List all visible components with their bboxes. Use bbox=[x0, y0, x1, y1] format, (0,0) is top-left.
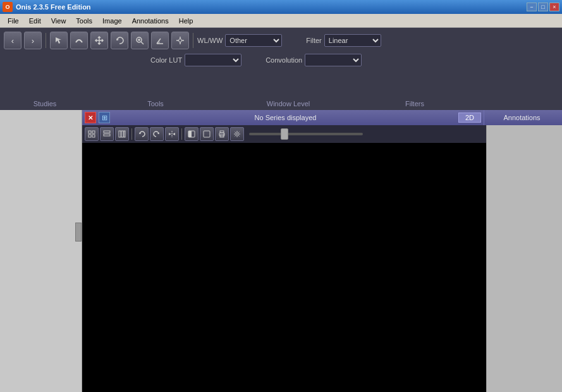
svg-rect-16 bbox=[121, 131, 123, 137]
viewer-slice-slider[interactable] bbox=[249, 133, 363, 135]
svg-rect-11 bbox=[89, 135, 91, 137]
svg-rect-14 bbox=[104, 134, 110, 136]
convolution-select[interactable]: Sharpen Smooth Edge bbox=[305, 54, 362, 66]
studies-panel bbox=[0, 110, 82, 392]
minimize-button[interactable]: − bbox=[527, 3, 537, 11]
tools-section-label: Tools bbox=[86, 100, 225, 107]
menu-file[interactable]: File bbox=[3, 16, 24, 26]
menu-view[interactable]: View bbox=[46, 16, 71, 26]
tool-curve-button[interactable] bbox=[70, 32, 88, 49]
vtool-rotate-left-button[interactable] bbox=[135, 127, 149, 141]
studies-section-label: Studies bbox=[4, 100, 86, 107]
svg-rect-10 bbox=[92, 131, 95, 133]
toolbar-separator-1 bbox=[46, 33, 46, 48]
svg-line-1 bbox=[141, 42, 144, 44]
wlww-select[interactable]: Other Abdomen Brain Bone Chest Lung bbox=[225, 34, 282, 47]
studies-scroll-handle[interactable] bbox=[75, 223, 82, 242]
svg-point-26 bbox=[236, 133, 238, 135]
center-area: ✕ ⊞ No Series displayed 2D Annotations bbox=[0, 110, 562, 392]
colorlut-select[interactable]: Hot Iron Spectrum Cool bbox=[185, 54, 241, 66]
studies-list bbox=[0, 110, 82, 392]
vtool-list-button[interactable] bbox=[100, 127, 114, 141]
wlww-label: WL/WW bbox=[197, 37, 223, 44]
filters-section-label: Filters bbox=[351, 100, 478, 107]
tool-zoom-button[interactable] bbox=[131, 32, 149, 49]
svg-rect-17 bbox=[124, 131, 125, 137]
window-controls: − □ × bbox=[527, 3, 559, 11]
app-icon: O bbox=[3, 2, 13, 12]
svg-rect-23 bbox=[220, 131, 224, 133]
viewer-toolbar bbox=[82, 125, 486, 143]
vtool-grid-button[interactable] bbox=[85, 127, 99, 141]
svg-rect-20 bbox=[188, 131, 192, 137]
maximize-button[interactable]: □ bbox=[538, 3, 548, 11]
vtool-rotate-right-button[interactable] bbox=[150, 127, 164, 141]
viewer-area: ✕ ⊞ No Series displayed 2D Annotations bbox=[82, 110, 562, 392]
annotations-label: Annotations bbox=[503, 114, 540, 121]
title-bar: O Onis 2.3.5 Free Edition − □ × bbox=[0, 0, 562, 14]
vtool-sep-1 bbox=[131, 128, 132, 140]
svg-point-25 bbox=[223, 133, 224, 135]
tool-angle-button[interactable] bbox=[151, 32, 169, 49]
viewer-slider-area bbox=[245, 133, 484, 135]
windowlevel-section-label: Window Level bbox=[225, 100, 351, 107]
annotations-panel bbox=[486, 125, 562, 392]
viewer-body bbox=[82, 125, 562, 392]
vtool-flip-h-button[interactable] bbox=[165, 127, 179, 141]
vtool-invert-button[interactable] bbox=[185, 127, 199, 141]
menu-edit[interactable]: Edit bbox=[24, 16, 46, 26]
viewer-tab-bar: ✕ ⊞ No Series displayed 2D Annotations bbox=[82, 110, 562, 125]
tool-arrow-button[interactable] bbox=[50, 32, 68, 49]
annotations-header: Annotations bbox=[484, 110, 559, 125]
tab-title: No Series displayed bbox=[113, 114, 458, 121]
colorlut-label: Color LUT bbox=[150, 56, 182, 64]
vtool-settings-button[interactable] bbox=[230, 127, 244, 141]
menu-image[interactable]: Image bbox=[97, 16, 127, 26]
toolbar-separator-2 bbox=[193, 33, 193, 48]
nav-prev-button[interactable]: ‹ bbox=[4, 32, 21, 49]
svg-rect-15 bbox=[119, 131, 121, 137]
vtool-sep-2 bbox=[181, 128, 182, 140]
convolution-label: Convolution bbox=[266, 56, 302, 64]
menu-tools[interactable]: Tools bbox=[71, 16, 97, 26]
vtool-reset-button[interactable] bbox=[200, 127, 214, 141]
vtool-print-button[interactable] bbox=[215, 127, 229, 141]
svg-rect-9 bbox=[89, 131, 91, 133]
svg-rect-12 bbox=[92, 135, 95, 137]
filter-label: Filter bbox=[306, 37, 321, 44]
tool-undo-button[interactable] bbox=[111, 32, 128, 49]
tab-icon-button[interactable]: ⊞ bbox=[99, 112, 110, 123]
main-toolbar: ‹ › bbox=[0, 28, 562, 97]
close-button[interactable]: × bbox=[549, 3, 559, 11]
menu-bar: File Edit View Tools Image Annotations H… bbox=[0, 14, 562, 28]
viewer-canvas bbox=[82, 143, 486, 392]
svg-point-8 bbox=[179, 39, 182, 42]
menu-help[interactable]: Help bbox=[174, 16, 199, 26]
svg-rect-21 bbox=[204, 131, 210, 137]
tab-close-button[interactable]: ✕ bbox=[85, 112, 96, 123]
app-title: Onis 2.3.5 Free Edition bbox=[16, 3, 527, 11]
filter-select[interactable]: Linear Nearest Bicubic bbox=[324, 34, 381, 47]
menu-annotations[interactable]: Annotations bbox=[127, 16, 174, 26]
section-labels-row: Studies Tools Window Level Filters bbox=[0, 97, 562, 110]
viewer-column bbox=[82, 125, 486, 392]
tab-2d-button[interactable]: 2D bbox=[458, 113, 481, 123]
tool-move-button[interactable] bbox=[90, 32, 108, 49]
tool-crosshair-button[interactable] bbox=[171, 32, 189, 49]
svg-rect-13 bbox=[104, 131, 110, 133]
nav-next-button[interactable]: › bbox=[24, 32, 42, 49]
vtool-cols-button[interactable] bbox=[115, 127, 129, 141]
